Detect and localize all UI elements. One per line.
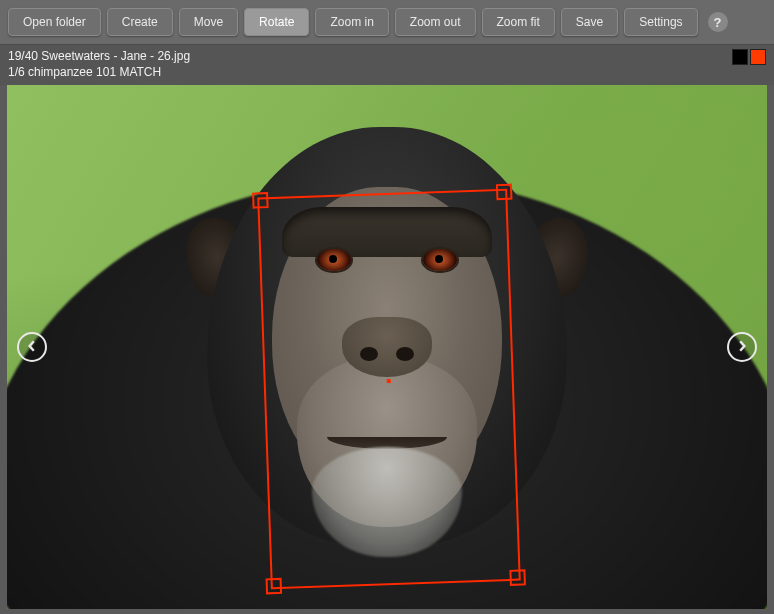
status-left: 19/40 Sweetwaters - Jane - 26.jpg 1/6 ch… <box>8 49 190 79</box>
next-image-button[interactable] <box>727 332 757 362</box>
status-indicators <box>732 49 766 65</box>
move-button[interactable]: Move <box>179 8 238 36</box>
status-bar: 19/40 Sweetwaters - Jane - 26.jpg 1/6 ch… <box>0 45 774 85</box>
help-button[interactable]: ? <box>708 12 728 32</box>
zoom-fit-button[interactable]: Zoom fit <box>482 8 555 36</box>
chevron-right-icon <box>736 338 748 356</box>
chevron-left-icon <box>26 338 38 356</box>
prev-image-button[interactable] <box>17 332 47 362</box>
zoom-in-button[interactable]: Zoom in <box>315 8 388 36</box>
save-button[interactable]: Save <box>561 8 618 36</box>
settings-button[interactable]: Settings <box>624 8 697 36</box>
toolbar: Open folder Create Move Rotate Zoom in Z… <box>0 0 774 45</box>
rotate-button[interactable]: Rotate <box>244 8 309 36</box>
match-status-text: 1/6 chimpanzee 101 MATCH <box>8 65 190 79</box>
image-viewer[interactable] <box>7 85 767 609</box>
indicator-left[interactable] <box>732 49 748 65</box>
indicator-right[interactable] <box>750 49 766 65</box>
file-status-text: 19/40 Sweetwaters - Jane - 26.jpg <box>8 49 190 63</box>
create-button[interactable]: Create <box>107 8 173 36</box>
zoom-out-button[interactable]: Zoom out <box>395 8 476 36</box>
open-folder-button[interactable]: Open folder <box>8 8 101 36</box>
